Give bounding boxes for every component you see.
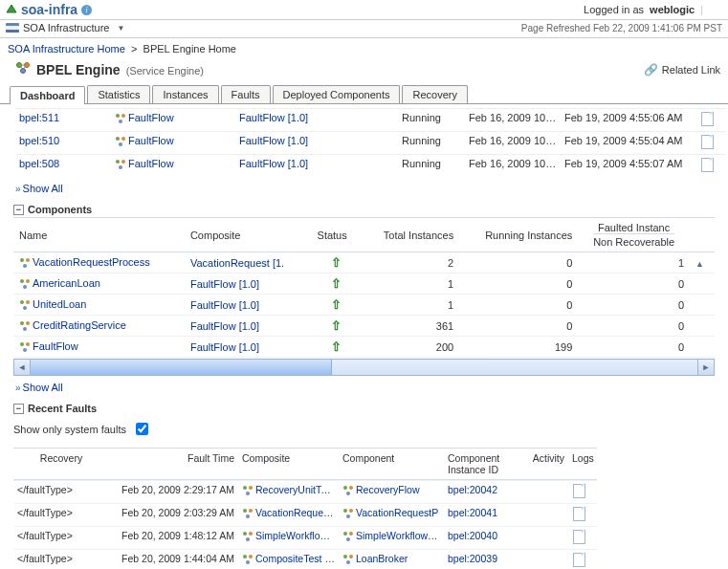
fault-cid[interactable]: bpel:20040 xyxy=(448,530,497,541)
scroll-track[interactable] xyxy=(31,359,697,376)
component-composite[interactable]: VacationRequest [1. xyxy=(190,257,284,269)
instance-composite[interactable]: FaultFlow [1.0] xyxy=(239,135,308,146)
instance-name[interactable]: FaultFlow xyxy=(128,112,174,123)
log-icon[interactable] xyxy=(701,158,714,172)
instance-start: Feb 16, 2009 10:38: xyxy=(465,131,561,154)
svg-point-7 xyxy=(121,114,125,118)
nonrecoverable: 0 xyxy=(578,316,690,337)
composite-icon xyxy=(242,485,254,496)
component-composite[interactable]: FaultFlow [1.0] xyxy=(190,278,259,290)
col-faulted: Faulted Instanc Non Recoverable xyxy=(578,218,690,252)
nonrecoverable: 0 xyxy=(578,274,690,295)
component-name[interactable]: VacationRequestProcess xyxy=(33,256,150,268)
scroll-left-icon[interactable]: ◄ xyxy=(13,359,31,376)
breadcrumb-home[interactable]: SOA Infrastructure Home xyxy=(8,43,125,55)
log-icon[interactable] xyxy=(701,112,714,126)
tab-deployed-components[interactable]: Deployed Components xyxy=(273,85,401,103)
tab-dashboard[interactable]: Dashboard xyxy=(10,86,85,104)
fault-recovery: </faultType> xyxy=(13,526,109,549)
log-icon[interactable] xyxy=(573,553,585,567)
log-icon[interactable] xyxy=(573,507,585,521)
fault-cid[interactable]: bpel:20042 xyxy=(448,484,497,495)
info-icon[interactable]: i xyxy=(81,5,92,15)
bpel-icon xyxy=(115,159,126,170)
horizontal-scrollbar[interactable]: ◄ ► xyxy=(13,359,715,376)
tab-statistics[interactable]: Statistics xyxy=(87,85,150,103)
page-refreshed: Page Refreshed Feb 22, 2009 1:41:06 PM P… xyxy=(521,23,722,33)
nonrecoverable: 1 xyxy=(578,252,690,274)
component-name[interactable]: UnitedLoan xyxy=(33,298,86,310)
bpel-icon xyxy=(19,320,31,332)
preferences-icon[interactable] xyxy=(709,3,722,16)
component-composite[interactable]: FaultFlow [1.0] xyxy=(190,320,259,332)
components-header: − Components xyxy=(0,198,728,217)
system-faults-checkbox[interactable] xyxy=(136,423,148,435)
system-faults-label: Show only system faults xyxy=(13,424,126,435)
fault-composite: CompositeTest [1.0] xyxy=(238,549,339,569)
total-instances: 200 xyxy=(362,337,460,358)
instance-id[interactable]: bpel:511 xyxy=(19,112,59,123)
component-name[interactable]: CreditRatingService xyxy=(33,319,126,331)
svg-point-38 xyxy=(246,514,250,518)
related-links[interactable]: 🔗 Related Link xyxy=(644,63,720,77)
svg-point-28 xyxy=(26,342,30,346)
col-composite: Composite xyxy=(185,218,312,252)
instance-start: Feb 16, 2009 10:38: xyxy=(465,154,561,177)
svg-point-11 xyxy=(119,142,122,146)
svg-point-31 xyxy=(249,486,253,490)
infra-menu[interactable]: SOA Infrastructure ▼ xyxy=(6,22,124,33)
tabs: Dashboard Statistics Instances Faults De… xyxy=(0,85,728,104)
breadcrumb: SOA Infrastructure Home > BPEL Engine Ho… xyxy=(0,38,728,59)
instance-mod: Feb 19, 2009 4:55:04 AM xyxy=(561,131,697,154)
col-name: Name xyxy=(13,218,185,252)
faults-filter: Show only system faults xyxy=(0,416,728,444)
instance-id[interactable]: bpel:508 xyxy=(19,158,59,169)
collapse-icon[interactable]: − xyxy=(13,205,24,215)
component-composite[interactable]: FaultFlow [1.0] xyxy=(190,341,259,353)
col-activity: Activity xyxy=(516,448,568,480)
show-all-components[interactable]: » Show All xyxy=(0,378,728,397)
fault-cid[interactable]: bpel:20039 xyxy=(448,553,497,564)
show-all-instances[interactable]: » Show All xyxy=(0,179,728,198)
component-name[interactable]: FaultFlow xyxy=(33,340,78,352)
tab-faults[interactable]: Faults xyxy=(221,85,271,103)
fault-recovery: </faultType> xyxy=(13,480,109,503)
svg-point-45 xyxy=(343,532,347,536)
component-composite[interactable]: FaultFlow [1.0] xyxy=(190,299,259,311)
log-icon[interactable] xyxy=(701,135,714,149)
scroll-right-icon[interactable]: ► xyxy=(697,359,715,376)
svg-point-25 xyxy=(26,321,30,325)
tab-instances[interactable]: Instances xyxy=(152,85,218,103)
scroll-thumb[interactable] xyxy=(31,360,332,375)
svg-point-44 xyxy=(246,537,250,541)
scroll-up-icon[interactable]: ▲ xyxy=(695,259,704,269)
total-instances: 1 xyxy=(362,274,460,295)
svg-point-9 xyxy=(116,137,120,141)
instance-name[interactable]: FaultFlow xyxy=(128,135,174,146)
breadcrumb-current: BPEL Engine Home xyxy=(143,43,236,55)
svg-point-21 xyxy=(20,300,24,304)
svg-point-17 xyxy=(23,264,27,268)
instance-name[interactable]: FaultFlow xyxy=(128,158,174,169)
status-up-icon: ⇧ xyxy=(331,339,342,354)
svg-point-27 xyxy=(20,342,24,346)
collapse-icon[interactable]: − xyxy=(13,404,24,414)
nonrecoverable: 0 xyxy=(578,337,690,358)
fault-recovery: </faultType> xyxy=(13,549,109,569)
running-instances: 0 xyxy=(459,316,578,337)
svg-point-29 xyxy=(23,348,27,352)
fault-activity xyxy=(516,549,568,569)
instance-id[interactable]: bpel:510 xyxy=(19,135,59,146)
instance-composite[interactable]: FaultFlow [1.0] xyxy=(239,112,308,123)
component-name[interactable]: AmericanLoan xyxy=(33,277,100,289)
fault-cid[interactable]: bpel:20041 xyxy=(448,507,497,518)
instance-composite[interactable]: FaultFlow [1.0] xyxy=(239,158,308,169)
svg-point-14 xyxy=(119,165,122,169)
log-icon[interactable] xyxy=(573,484,585,498)
log-icon[interactable] xyxy=(573,530,585,544)
page-header: BPEL Engine (Service Engine) 🔗 Related L… xyxy=(0,59,728,83)
total-instances: 1 xyxy=(362,295,460,316)
tab-recovery[interactable]: Recovery xyxy=(402,85,467,103)
svg-point-19 xyxy=(26,279,30,283)
svg-point-10 xyxy=(121,137,125,141)
